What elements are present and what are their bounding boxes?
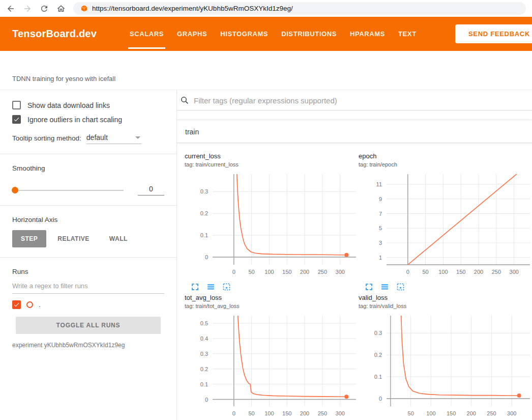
svg-text:0.3: 0.3: [200, 188, 208, 194]
svg-text:300: 300: [510, 269, 519, 275]
tag-filter-input[interactable]: [194, 96, 528, 105]
svg-text:0.3: 0.3: [374, 330, 382, 336]
svg-text:5: 5: [379, 225, 382, 231]
expand-chart-icon[interactable]: [191, 283, 199, 291]
svg-text:200: 200: [467, 410, 476, 416]
svg-text:0: 0: [379, 396, 382, 402]
fit-domain-icon[interactable]: [396, 283, 405, 291]
refresh-icon[interactable]: [40, 4, 49, 13]
send-feedback-button[interactable]: SEND FEEDBACK: [455, 24, 532, 43]
tab-text[interactable]: TEXT: [392, 17, 423, 51]
run-color-swatch-icon[interactable]: [26, 301, 33, 308]
tab-scalars[interactable]: SCALARS: [123, 17, 170, 51]
tooltip-sorting-dropdown[interactable]: default: [86, 133, 141, 144]
url-bar[interactable]: https://tensorboard.dev/experiment/yKUbh…: [73, 2, 526, 15]
svg-text:0: 0: [406, 269, 409, 275]
scalar-line-chart[interactable]: 0501001502002503001357911: [359, 170, 530, 280]
runs-filter-input[interactable]: [12, 278, 164, 294]
show-download-links-label: Show data download links: [27, 101, 110, 109]
svg-text:250: 250: [487, 410, 496, 416]
divider: [0, 205, 176, 206]
tab-distributions[interactable]: DISTRIBUTIONS: [275, 17, 343, 51]
horizontal-axis-label: Horizontal Axis: [12, 216, 164, 223]
chart-tag: tag: train/epoch: [359, 161, 530, 169]
run-row[interactable]: .: [12, 300, 164, 309]
checkbox-checked-icon[interactable]: [12, 115, 21, 124]
svg-text:200: 200: [300, 410, 309, 416]
brand-logo[interactable]: TensorBoard.dev: [12, 28, 97, 40]
svg-text:300: 300: [507, 410, 516, 416]
chart-tag: tag: train/tot_avg_loss: [185, 302, 356, 310]
home-icon[interactable]: [56, 4, 66, 13]
url-text: https://tensorboard.dev/experiment/yKUbh…: [92, 5, 293, 12]
axis-step-button[interactable]: STEP: [12, 230, 46, 247]
show-download-links-checkbox[interactable]: Show data download links: [12, 101, 164, 109]
scalar-line-chart[interactable]: 5010015020025030000.10.20.3: [359, 312, 530, 420]
chart-tot-avg-loss: tot_avg_loss tag: train/tot_avg_loss 050…: [185, 293, 356, 420]
smoothing-label: Smoothing: [12, 164, 164, 172]
svg-text:100: 100: [426, 410, 435, 416]
svg-text:0: 0: [205, 397, 208, 403]
tooltip-sorting-label: Tooltip sorting method:: [12, 134, 81, 144]
fit-domain-icon[interactable]: [222, 283, 231, 291]
svg-text:150: 150: [282, 410, 291, 416]
svg-text:300: 300: [336, 269, 345, 275]
run-name: .: [39, 301, 41, 309]
chart-current-loss: current_loss tag: train/current_loss 050…: [185, 152, 356, 291]
tab-histograms[interactable]: HISTOGRAMS: [214, 17, 275, 51]
train-group-card: train current_loss tag: train/current_lo…: [177, 120, 532, 420]
ignore-outliers-label: Ignore outliers in chart scaling: [27, 116, 122, 124]
expand-chart-icon[interactable]: [365, 283, 373, 291]
smoothing-value[interactable]: 0: [138, 185, 164, 195]
view-data-icon[interactable]: [206, 283, 215, 291]
browser-chrome: https://tensorboard.dev/experiment/yKUbh…: [0, 0, 532, 17]
svg-text:0.3: 0.3: [200, 351, 208, 357]
svg-text:100: 100: [264, 410, 274, 416]
scalar-line-chart[interactable]: 05010015020025030000.10.20.3: [185, 170, 356, 280]
smoothing-slider[interactable]: [12, 190, 124, 191]
view-data-icon[interactable]: [380, 283, 389, 291]
svg-text:1: 1: [379, 255, 382, 261]
slider-thumb[interactable]: [12, 187, 18, 193]
app-header: TensorBoard.dev SCALARS GRAPHS HISTOGRAM…: [0, 17, 532, 51]
chart-tag: tag: train/valid_loss: [359, 302, 530, 310]
svg-text:100: 100: [264, 269, 274, 275]
back-icon[interactable]: [6, 4, 15, 13]
chart-title: tot_avg_loss: [185, 293, 356, 302]
svg-text:50: 50: [248, 410, 254, 416]
run-checkbox-icon[interactable]: [12, 300, 21, 309]
svg-text:0.5: 0.5: [200, 320, 208, 326]
checkbox-unchecked-icon[interactable]: [12, 101, 21, 109]
forward-icon[interactable]: [23, 4, 32, 13]
tab-graphs[interactable]: GRAPHS: [170, 17, 214, 51]
svg-text:0.1: 0.1: [200, 232, 208, 238]
chart-valid-loss: valid_loss tag: train/valid_loss 5010015…: [359, 293, 530, 420]
axis-relative-button[interactable]: RELATIVE: [49, 230, 98, 247]
tag-filter-row: [177, 90, 532, 110]
svg-text:300: 300: [336, 410, 345, 416]
charts-grid: current_loss tag: train/current_loss 050…: [177, 143, 532, 420]
runs-label: Runs: [12, 268, 164, 275]
chart-epoch: epoch tag: train/epoch 05010015020025030…: [359, 152, 530, 291]
ignore-outliers-checkbox[interactable]: Ignore outliers in chart scaling: [12, 115, 164, 124]
axis-wall-button[interactable]: WALL: [101, 230, 136, 247]
svg-text:7: 7: [379, 211, 382, 217]
experiment-id: experiment yKUbhb5wRmOSXYkId1z9eg: [12, 342, 164, 349]
toggle-all-runs-button[interactable]: TOGGLE ALL RUNS: [16, 317, 161, 334]
svg-text:200: 200: [300, 269, 309, 275]
divider: [0, 257, 176, 258]
svg-text:250: 250: [318, 410, 327, 416]
chart-title: valid_loss: [359, 293, 530, 302]
svg-text:150: 150: [447, 410, 456, 416]
svg-text:0.2: 0.2: [374, 352, 382, 358]
svg-text:100: 100: [438, 269, 448, 275]
group-header-train[interactable]: train: [177, 120, 532, 143]
svg-text:50: 50: [248, 269, 254, 275]
svg-text:3: 3: [379, 240, 382, 246]
chart-toolbar: [185, 283, 356, 291]
tab-hparams[interactable]: HPARAMS: [343, 17, 392, 51]
svg-text:150: 150: [456, 269, 465, 275]
scalar-line-chart[interactable]: 05010015020025030000.10.20.30.40.5: [185, 312, 356, 420]
svg-text:9: 9: [379, 196, 382, 202]
svg-text:250: 250: [492, 269, 501, 275]
